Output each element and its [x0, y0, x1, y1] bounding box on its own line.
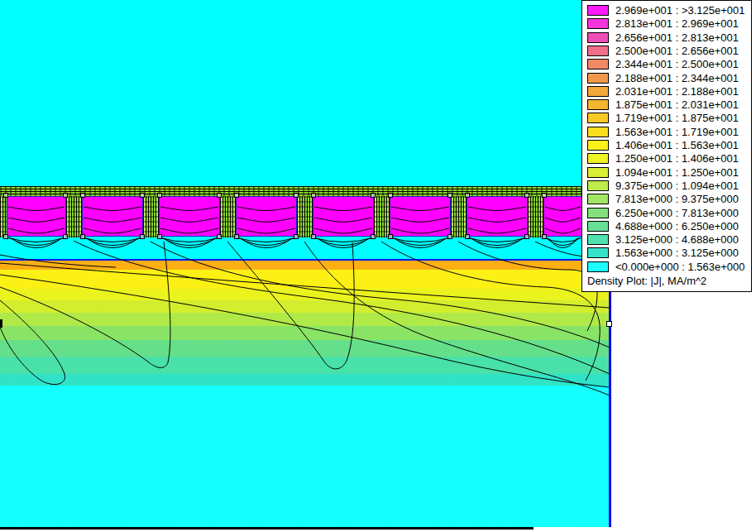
legend-color-swatch-icon	[587, 180, 609, 191]
flux-line	[392, 237, 448, 246]
flux-line	[238, 237, 294, 246]
flux-line	[304, 242, 610, 395]
node-handle	[524, 193, 529, 198]
legend-range-label: 7.813e+000 : 9.375e+000	[615, 193, 739, 206]
node-handle	[311, 234, 316, 239]
node-handle	[234, 193, 239, 198]
legend-color-swatch-icon	[587, 113, 609, 123]
flux-line	[469, 237, 525, 246]
node-handle	[157, 193, 162, 198]
flux-line	[84, 237, 141, 246]
flux-line	[471, 238, 523, 248]
legend-range-label: 1.563e+000 : 3.125e+000	[615, 247, 739, 260]
flux-line	[545, 218, 581, 222]
legend-range-label: 1.875e+001 : 2.031e+001	[615, 98, 739, 112]
legend-range-label: 2.969e+001 : >3.125e+001	[615, 4, 745, 17]
flux-line	[237, 228, 295, 233]
flux-line	[391, 218, 449, 222]
flux-line	[84, 218, 141, 222]
node-handle	[80, 193, 85, 198]
legend-color-swatch-icon	[587, 221, 609, 232]
flux-line	[241, 238, 292, 248]
legend-range-label: 1.250e+001 : 1.406e+001	[615, 152, 739, 165]
flux-line	[87, 238, 138, 248]
legend-color-swatch-icon	[587, 32, 609, 43]
node-handle	[311, 193, 316, 198]
flux-line	[314, 207, 372, 211]
node-handle	[447, 234, 452, 239]
flux-line	[227, 242, 354, 369]
flux-line	[0, 255, 116, 267]
node-handle	[63, 234, 68, 239]
node-handle	[524, 234, 529, 239]
flux-line	[314, 218, 372, 222]
legend-range-label: 2.188e+001 : 2.344e+001	[615, 72, 739, 85]
boundary-node-handle[interactable]	[606, 321, 612, 327]
flux-line	[160, 228, 218, 233]
window-bottom-edge	[0, 527, 534, 530]
flux-line	[74, 241, 610, 374]
legend-range-label: 6.250e+000 : 7.813e+000	[615, 207, 739, 220]
legend-color-swatch-icon	[587, 73, 609, 84]
flux-line	[468, 218, 526, 222]
flux-line	[391, 207, 449, 211]
flux-line	[381, 242, 600, 381]
left-boundary-node	[0, 319, 2, 328]
flux-line	[237, 207, 295, 211]
flux-line	[0, 300, 65, 385]
node-handle	[140, 193, 145, 198]
legend-range-label: 1.719e+001 : 1.875e+001	[615, 112, 739, 125]
node-handle	[217, 234, 222, 239]
flux-line	[545, 228, 581, 233]
node-handle	[388, 193, 393, 198]
flux-line	[545, 207, 581, 211]
flux-line	[314, 228, 372, 233]
legend-range-label: 9.375e+000 : 1.094e+001	[615, 180, 739, 193]
legend-color-swatch-icon	[587, 167, 609, 178]
legend-range-label: 1.094e+001 : 1.250e+001	[615, 166, 739, 180]
flux-line	[160, 218, 218, 222]
femm-postprocessor-view: 2.969e+001 : >3.125e+0012.813e+001 : 2.9…	[0, 0, 756, 532]
flux-line	[8, 207, 65, 211]
node-handle	[542, 234, 547, 239]
node-handle	[465, 193, 470, 198]
node-handle	[371, 234, 376, 239]
legend-range-label: 2.500e+001 : 2.656e+001	[615, 45, 739, 58]
flux-line	[535, 242, 584, 256]
legend-range-label: <0.000e+000 : 1.563e+000	[615, 261, 745, 274]
flux-line	[161, 237, 218, 246]
legend-color-swatch-icon	[587, 86, 609, 97]
legend-color-swatch-icon	[587, 127, 609, 137]
node-handle	[388, 234, 393, 239]
density-plot-canvas[interactable]	[0, 0, 610, 527]
flux-contour-lines	[0, 0, 610, 527]
node-handle	[234, 234, 239, 239]
legend-color-swatch-icon	[587, 261, 609, 272]
legend-color-swatch-icon	[587, 99, 609, 110]
node-handle	[80, 234, 85, 239]
legend-color-swatch-icon	[587, 59, 609, 69]
node-handle	[371, 193, 376, 198]
legend-range-label: 4.688e+000 : 6.250e+000	[615, 220, 739, 233]
legend-color-swatch-icon	[587, 208, 609, 218]
legend-range-label: 2.656e+001 : 2.813e+001	[615, 31, 739, 45]
legend-color-swatch-icon	[587, 153, 609, 164]
legend-range-label: 3.125e+000 : 4.688e+000	[615, 233, 739, 247]
node-handle	[447, 193, 452, 198]
flux-line	[151, 242, 610, 347]
flux-line	[548, 238, 577, 248]
legend-color-swatch-icon	[587, 234, 609, 245]
flux-line	[468, 228, 526, 233]
legend-range-label: 1.563e+001 : 1.719e+001	[615, 126, 739, 139]
flux-line	[8, 228, 65, 233]
flux-line	[9, 237, 64, 246]
flux-line	[164, 238, 215, 248]
node-handle	[465, 234, 470, 239]
node-handle	[157, 234, 162, 239]
flux-line	[237, 218, 295, 222]
legend-color-swatch-icon	[587, 46, 609, 56]
density-legend-box: 2.969e+001 : >3.125e+0012.813e+001 : 2.9…	[581, 0, 752, 292]
node-handle	[294, 234, 299, 239]
legend-range-label: 2.031e+001 : 2.188e+001	[615, 85, 739, 98]
node-handle	[542, 193, 547, 198]
